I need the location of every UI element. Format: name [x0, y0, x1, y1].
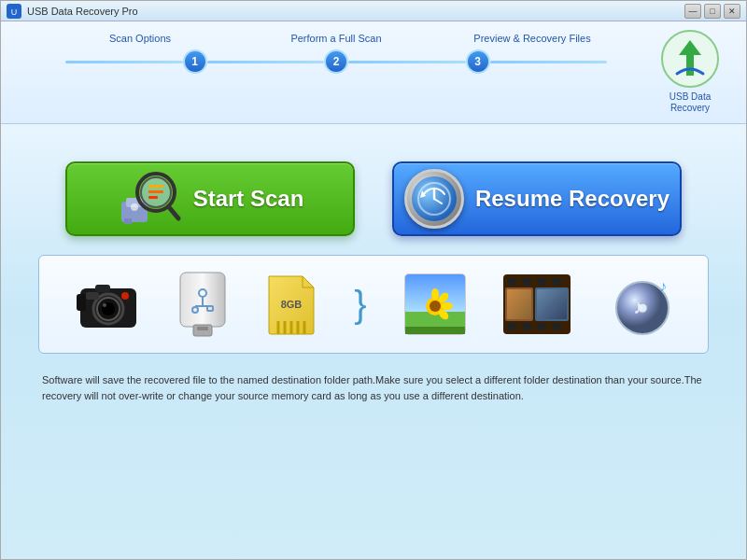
close-button[interactable]: ✕	[724, 4, 740, 19]
svg-text:♪: ♪	[659, 278, 667, 294]
footer-description: Software will save the recovered file to…	[38, 372, 709, 403]
svg-point-51	[442, 302, 453, 310]
logo-area: USB DataRecovery	[653, 29, 727, 114]
step-line-3	[348, 61, 466, 63]
svg-line-13	[169, 207, 178, 218]
svg-rect-26	[86, 292, 99, 300]
svg-rect-57	[552, 278, 561, 286]
svg-rect-46	[405, 327, 465, 334]
svg-rect-59	[522, 323, 531, 330]
svg-line-16	[434, 199, 442, 203]
window-title: USB Data Recovery Pro	[27, 6, 684, 17]
music-icon: ♪ ♪	[607, 273, 670, 336]
step-line-4	[490, 61, 608, 63]
start-scan-label: Start Scan	[193, 186, 304, 212]
photo-icon	[403, 273, 467, 336]
bracket-icon: }	[354, 286, 366, 323]
svg-rect-56	[537, 278, 546, 286]
svg-rect-58	[507, 323, 516, 330]
step-1-label: Scan Options	[65, 33, 215, 44]
svg-text:U: U	[11, 7, 18, 17]
svg-rect-24	[95, 285, 110, 292]
step-3-label: Preview & Recovery Files	[458, 33, 607, 44]
main-content: Start Scan Resume Recovery	[1, 124, 746, 560]
window-controls: — □ ✕	[684, 4, 740, 19]
logo-text: USB DataRecovery	[669, 91, 711, 114]
step-line-1	[65, 61, 183, 63]
header: Scan Options Perform a Full Scan Preview…	[1, 21, 746, 124]
usb-drive-icon	[176, 271, 229, 338]
svg-text:8GB: 8GB	[281, 299, 303, 310]
step-2-circle: 2	[324, 49, 348, 74]
svg-rect-10	[148, 185, 163, 188]
action-buttons: Start Scan Resume Recovery	[38, 161, 709, 236]
titlebar: U USB Data Recovery Pro — □ ✕	[1, 1, 746, 21]
step-labels: Scan Options Perform a Full Scan Preview…	[65, 33, 607, 44]
svg-rect-54	[507, 278, 516, 286]
scan-icon	[117, 166, 182, 231]
sd-card-icon: 8GB	[265, 273, 317, 336]
svg-rect-35	[197, 327, 208, 330]
svg-text:♪: ♪	[633, 295, 643, 318]
step-1-circle: 1	[183, 49, 207, 74]
app-icon: U	[7, 4, 21, 19]
step-3-circle: 3	[466, 49, 490, 74]
svg-point-25	[121, 292, 129, 300]
step-2-label: Perform a Full Scan	[261, 33, 411, 44]
recovery-icon	[404, 169, 464, 229]
camera-icon	[77, 277, 140, 331]
start-scan-button[interactable]: Start Scan	[65, 161, 355, 236]
svg-rect-61	[552, 323, 561, 330]
svg-rect-65	[537, 289, 567, 319]
svg-rect-12	[148, 196, 158, 199]
svg-rect-60	[537, 323, 546, 330]
svg-point-48	[430, 301, 441, 312]
svg-rect-55	[522, 278, 531, 286]
svg-rect-64	[507, 289, 531, 319]
steps-area: Scan Options Perform a Full Scan Preview…	[20, 29, 653, 74]
resume-recovery-label: Resume Recovery	[475, 186, 669, 212]
minimize-button[interactable]: —	[684, 4, 701, 19]
svg-rect-11	[148, 190, 163, 193]
film-strip-icon	[503, 274, 571, 334]
maximize-button[interactable]: □	[704, 4, 721, 19]
step-track: 1 2 3	[65, 49, 607, 74]
app-logo	[660, 29, 721, 90]
step-line-2	[207, 61, 325, 63]
svg-point-7	[131, 203, 138, 211]
svg-rect-6	[124, 218, 132, 224]
svg-rect-19	[77, 294, 86, 311]
media-panel: 8GB }	[38, 255, 709, 354]
svg-point-49	[431, 288, 439, 300]
svg-point-23	[103, 303, 106, 307]
resume-recovery-button[interactable]: Resume Recovery	[392, 161, 682, 236]
